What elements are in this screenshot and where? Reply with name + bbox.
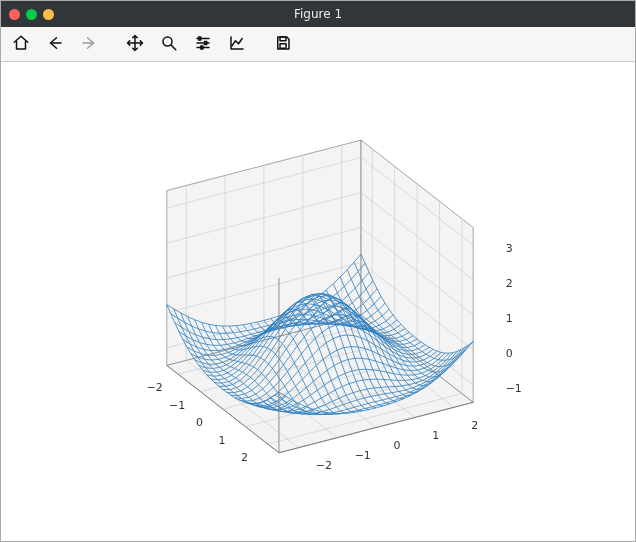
arrow-right-icon xyxy=(80,34,98,55)
svg-text:2: 2 xyxy=(241,451,248,464)
svg-text:0: 0 xyxy=(196,416,203,429)
axes3d-svg: −2−1012−2−1012−10123 xyxy=(1,62,635,541)
svg-text:0: 0 xyxy=(506,347,513,360)
svg-rect-4 xyxy=(280,37,286,41)
subplots-button[interactable] xyxy=(189,30,217,58)
move-icon xyxy=(126,34,144,55)
maximize-window-button[interactable] xyxy=(43,9,54,20)
matplotlib-toolbar xyxy=(1,27,635,62)
minimize-window-button[interactable] xyxy=(26,9,37,20)
back-button[interactable] xyxy=(41,30,69,58)
axes-button[interactable] xyxy=(223,30,251,58)
svg-text:1: 1 xyxy=(219,434,226,447)
svg-text:2: 2 xyxy=(506,277,513,290)
svg-rect-5 xyxy=(280,43,286,48)
save-button[interactable] xyxy=(269,30,297,58)
svg-text:−2: −2 xyxy=(316,459,332,472)
search-icon xyxy=(160,34,178,55)
window-controls xyxy=(9,9,54,20)
svg-text:−2: −2 xyxy=(147,381,163,394)
svg-text:−1: −1 xyxy=(506,382,522,395)
axes3d[interactable]: −2−1012−2−1012−10123 xyxy=(1,62,635,541)
svg-text:1: 1 xyxy=(432,429,439,442)
forward-button[interactable] xyxy=(75,30,103,58)
figure-window: Figure 1 xyxy=(0,0,636,542)
pan-button[interactable] xyxy=(121,30,149,58)
sliders-icon xyxy=(194,34,212,55)
svg-text:0: 0 xyxy=(394,439,401,452)
window-title: Figure 1 xyxy=(1,7,635,21)
close-window-button[interactable] xyxy=(9,9,20,20)
svg-text:2: 2 xyxy=(471,419,478,432)
home-icon xyxy=(12,34,30,55)
arrow-left-icon xyxy=(46,34,64,55)
chart-line-icon xyxy=(228,34,246,55)
home-button[interactable] xyxy=(7,30,35,58)
svg-text:−1: −1 xyxy=(355,449,371,462)
svg-text:−1: −1 xyxy=(169,399,185,412)
save-icon xyxy=(274,34,292,55)
titlebar: Figure 1 xyxy=(1,1,635,27)
svg-point-0 xyxy=(163,37,172,46)
svg-text:3: 3 xyxy=(506,242,513,255)
zoom-button[interactable] xyxy=(155,30,183,58)
svg-text:1: 1 xyxy=(506,312,513,325)
figure-canvas[interactable]: −2−1012−2−1012−10123 xyxy=(1,62,635,541)
